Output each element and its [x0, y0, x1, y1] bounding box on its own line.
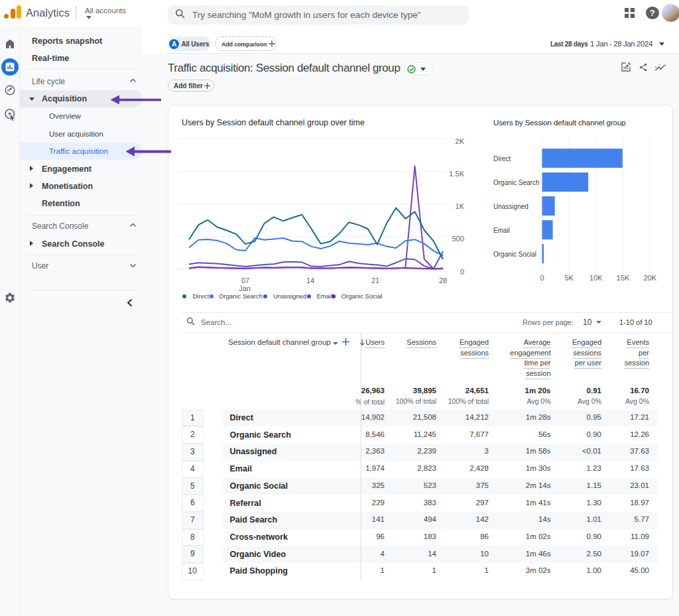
svg-text:0: 0: [540, 274, 544, 282]
svg-text:Unassigned: Unassigned: [493, 203, 528, 210]
svg-text:2K: 2K: [456, 137, 465, 145]
svg-text:15K: 15K: [617, 274, 630, 282]
svg-text:14: 14: [306, 277, 314, 284]
svg-text:28: 28: [439, 277, 447, 284]
svg-text:0: 0: [460, 268, 464, 276]
svg-text:Organic Search: Organic Search: [493, 179, 539, 186]
svg-text:500: 500: [452, 235, 464, 243]
svg-text:1.5K: 1.5K: [449, 170, 464, 178]
svg-text:07: 07: [241, 277, 249, 284]
svg-text:10K: 10K: [589, 274, 603, 282]
svg-text:20K: 20K: [644, 274, 657, 282]
svg-text:21: 21: [371, 277, 379, 284]
svg-text:Direct: Direct: [493, 155, 511, 162]
svg-text:1K: 1K: [456, 202, 465, 210]
svg-text:Organic Social: Organic Social: [493, 251, 536, 258]
svg-text:Jan: Jan: [239, 284, 251, 292]
svg-text:5K: 5K: [564, 274, 574, 282]
svg-text:Email: Email: [493, 227, 510, 234]
